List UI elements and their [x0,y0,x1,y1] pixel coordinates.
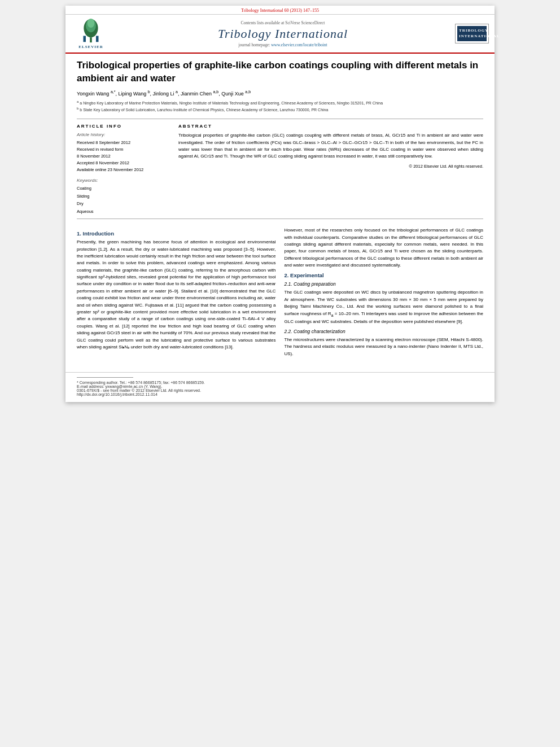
journal-bar: Tribology International 60 (2013) 147–15… [65,6,495,15]
divider [77,119,483,119]
body-section: 1. Introduction Presently, the green mac… [77,227,483,361]
body-col-left: 1. Introduction Presently, the green mac… [77,227,276,361]
elsevier-logo: ELSEVIER [71,18,111,49]
article-content: Tribological properties of graphite-like… [65,54,495,372]
journal-header: ELSEVIER Contents lists available at Sci… [65,15,495,54]
abstract-column: ABSTRACT Tribological properties of grap… [178,124,483,215]
journal-name-section: Contents lists available at SciVerse Sci… [115,20,450,47]
coating-char-heading: 2.2. Coating characterization [285,329,484,334]
intro-text-col1: Presently, the green machining has becom… [77,239,276,351]
footnote-rule [77,377,133,378]
svg-point-3 [88,19,95,28]
body-col-right: However, most of the researches only foc… [285,227,484,361]
authors: Yongxin Wang a,*, Liping Wang b, Jinlong… [77,90,483,97]
svg-rect-5 [96,36,99,42]
available-date: Available online 23 November 2012 [77,167,170,173]
keyword-aqueous: Aqueous [77,208,170,216]
keyword-dry: Dry [77,200,170,208]
affiliations: a a Ningbo Key Laboratory of Marine Prot… [77,99,483,113]
elsevier-text: ELSEVIER [78,45,103,49]
coating-prep-text: The GLC coatings were deposited on WC di… [285,289,484,325]
journal-title: Tribology International [115,27,450,41]
coating-prep-para: The GLC coatings were deposited on WC di… [285,289,484,325]
article-info-column: ARTICLE INFO Article history: Received 8… [77,124,170,215]
article-info-heading: ARTICLE INFO [77,124,170,129]
journal-citation: Tribology International 60 (2013) 147–15… [241,8,319,13]
keyword-coating: Coating [77,185,170,193]
experimental-heading: 2. Experimental [285,272,484,278]
badge-text: TRIBOLOGYINTERNATIONAL [457,26,487,42]
keywords-list: Coating Sliding Dry Aqueous [77,185,170,215]
revised-date: 8 November 2012 [77,153,170,160]
intro-para-2: However, most of the researches only foc… [285,227,484,269]
article-title: Tribological properties of graphite-like… [77,59,483,85]
info-abstract-section: ARTICLE INFO Article history: Received 8… [77,124,483,215]
intro-text-col2: However, most of the researches only foc… [285,227,484,269]
sciverse-link: Contents lists available at SciVerse Sci… [115,20,450,25]
svg-rect-4 [84,36,86,42]
keywords-label: Keywords: [77,178,170,183]
intro-para-1: Presently, the green machining has becom… [77,239,276,351]
received-date: Received 8 September 2012 [77,139,170,146]
intro-heading: 1. Introduction [77,230,276,237]
corresponding-author: * Corresponding author. Tel.: +86 574 86… [77,381,483,385]
issn: 0301-679X/$ - see front matter © 2012 El… [77,388,483,392]
page-footer: * Corresponding author. Tel.: +86 574 86… [65,372,495,402]
accepted-date: Accepted 8 November 2012 [77,160,170,167]
abstract-text: Tribological properties of graphite-like… [178,132,483,160]
coating-char-para: The microstructures were characterized b… [285,337,484,357]
author-email: E-mail address: yxwang@nimte.ac.cn (Y. W… [77,385,483,388]
journal-homepage: journal homepage: www.elsevier.com/locat… [115,42,450,47]
section-divider [77,219,483,219]
keyword-sliding: Sliding [77,193,170,200]
page: Tribology International 60 (2013) 147–15… [65,6,495,402]
revised-label: Received in revised form [77,146,170,153]
coating-prep-heading: 2.1. Coating preparation [285,281,484,287]
copyright: © 2012 Elsevier Ltd. All rights reserved… [178,164,483,169]
doi: http://dx.doi.org/10.1016/j.triboint.201… [77,392,483,396]
history-label: Article history: [77,132,170,137]
journal-badge: TRIBOLOGYINTERNATIONAL [455,24,489,44]
elsevier-tree-icon [77,18,105,43]
abstract-heading: ABSTRACT [178,124,483,129]
coating-char-text: The microstructures were characterized b… [285,337,484,357]
svg-rect-0 [90,37,92,42]
